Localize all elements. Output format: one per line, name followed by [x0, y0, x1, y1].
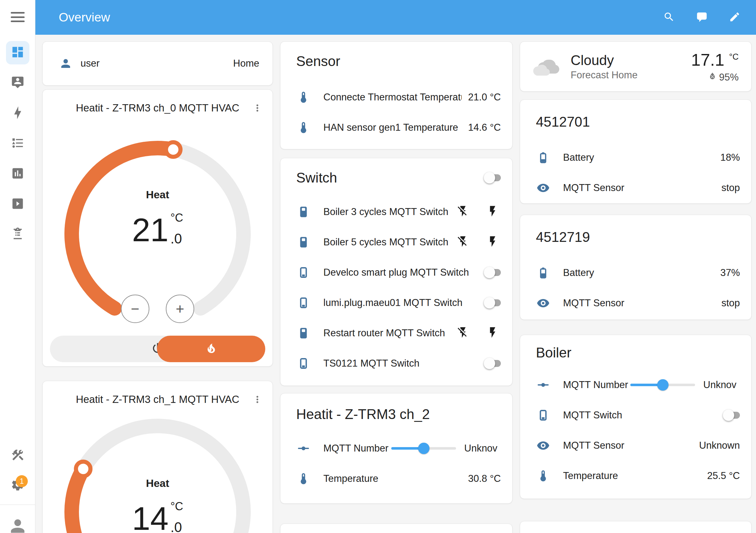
number-value: Unknov [703, 379, 740, 390]
sensor-value: 30.8 °C [468, 473, 501, 484]
number-slider[interactable] [391, 443, 456, 454]
entity-toggle[interactable] [485, 299, 501, 306]
search-icon [663, 11, 675, 24]
person-name: user [81, 58, 99, 69]
hvac-mode-label: Heat [57, 189, 258, 201]
entity-row[interactable]: MQTT Switch [520, 400, 751, 430]
thermometer-icon [296, 471, 311, 486]
flash-off-button[interactable] [457, 235, 469, 249]
entity-row[interactable]: Connecte Thermostat Temperature 21.0 °C [281, 82, 512, 112]
card-title: Heatit - Z-TRM3 ch_2 [281, 406, 512, 422]
switch-entity-icon [296, 205, 311, 219]
app-header: Overview [35, 0, 756, 35]
dots-vertical-icon [252, 103, 263, 115]
entity-row[interactable]: Boiler 5 cycles MQTT Switch [281, 227, 512, 257]
sidebar-item-todo[interactable] [6, 223, 29, 246]
hvac-mode-label: Heat [57, 477, 258, 490]
temperature-unit: °C [171, 500, 183, 513]
battery-value: 18% [720, 152, 740, 163]
sidebar-item-media[interactable] [6, 193, 29, 216]
entity-toggle[interactable] [724, 412, 740, 419]
avatar[interactable] [8, 516, 28, 533]
number-slider[interactable] [630, 379, 695, 390]
mode-heat-button[interactable] [157, 336, 265, 362]
eye-icon [536, 181, 551, 195]
entity-row[interactable]: MQTT Sensor stop [520, 288, 751, 318]
sidebar-item-developer-tools[interactable] [6, 444, 29, 467]
sidebar-item-history[interactable] [6, 162, 29, 186]
menu-icon[interactable] [11, 11, 25, 23]
sensor-value: stop [721, 182, 740, 194]
flash-button[interactable] [486, 205, 499, 219]
entity-row[interactable]: Restart router MQTT Switch [281, 318, 512, 348]
entity-row[interactable]: Battery 37% [520, 258, 751, 288]
heatit-ch2-card: Heatit - Z-TRM3 ch_2 MQTT Number Unknov … [280, 393, 513, 504]
sidebar-divider [0, 505, 35, 505]
view-dashboard-icon [11, 45, 25, 60]
cloudy-icon [531, 51, 562, 82]
number-value: Unknov [464, 443, 501, 454]
flame-icon [205, 342, 218, 356]
weather-card[interactable]: Cloudy Forecast Home 17.1 °C 95% [520, 41, 752, 92]
temperature-increase-button[interactable]: + [166, 295, 194, 323]
sidebar-item-logbook[interactable] [6, 132, 29, 155]
sidebar-item-energy[interactable] [6, 102, 29, 125]
thermostat-title: Heatit - Z-TRM3 ch_1 MQTT HVAC [42, 392, 273, 407]
battery-icon [536, 150, 551, 165]
entity-row[interactable]: MQTT Sensor stop [520, 173, 751, 203]
entity-row[interactable]: lumi.plug.maeu01 MQTT Switch [281, 288, 512, 318]
device-card-4512701: 4512701 Battery 18% MQTT Sensor stop [520, 99, 752, 204]
entity-row[interactable]: MQTT Sensor Unknown [520, 430, 751, 461]
sidebar-item-overview[interactable] [6, 41, 29, 65]
entity-row[interactable]: MQTT Number Unknov [281, 433, 512, 464]
battery-value: 37% [720, 267, 740, 279]
weather-subtitle: Forecast Home [571, 69, 637, 81]
entity-toggle[interactable] [485, 360, 501, 367]
eye-icon [536, 296, 551, 310]
entity-row[interactable]: MQTT Number Unknov [520, 370, 751, 400]
heatit-ch4-card: Heatit - Z-TRM3 ch_4 [280, 523, 513, 533]
battery-icon [536, 266, 551, 280]
entity-row[interactable]: Temperature 25.5 °C [520, 461, 751, 491]
entity-row[interactable]: TS0121 MQTT Switch [281, 348, 512, 379]
account-icon [58, 56, 73, 71]
switch-entity-icon [296, 235, 311, 250]
switch-entity-icon [296, 326, 311, 340]
entity-row[interactable]: Battery 18% [520, 143, 751, 173]
assist-button[interactable] [693, 9, 711, 26]
switch-entity-icon [296, 265, 311, 280]
water-percent-icon [708, 71, 717, 83]
list-bulleted-icon [11, 136, 25, 151]
sidebar-item-settings[interactable]: 1 [6, 474, 29, 497]
thermometer-icon [296, 120, 311, 135]
flash-button[interactable] [486, 235, 499, 249]
tooltip-account-icon [11, 75, 25, 91]
entity-row[interactable]: Temperature 30.8 °C [281, 464, 512, 494]
more-options-button[interactable] [251, 393, 264, 407]
switch-entity-icon [296, 296, 311, 310]
switch-entity-icon [296, 356, 311, 371]
entity-row[interactable]: HAN sensor gen1 Temperature 14.6 °C [281, 112, 512, 143]
flash-off-button[interactable] [457, 205, 469, 219]
flash-button[interactable] [486, 326, 499, 340]
target-temperature: 14 °C .0 [57, 500, 258, 533]
more-options-button[interactable] [251, 102, 264, 116]
search-button[interactable] [660, 9, 678, 26]
edit-dashboard-button[interactable] [726, 9, 743, 26]
temperature-decimal: .0 [171, 520, 183, 533]
entity-row[interactable]: Boiler 3 cycles MQTT Switch [281, 197, 512, 227]
entity-toggle[interactable] [485, 269, 501, 276]
thermometer-icon [536, 468, 551, 483]
flash-off-button[interactable] [457, 326, 469, 340]
switch-group-toggle[interactable] [485, 174, 501, 181]
person-card[interactable]: user Home [42, 41, 273, 86]
sidebar-nav [0, 41, 35, 246]
sidebar-item-map[interactable] [6, 71, 29, 95]
switch-card: Switch Boiler 3 cycles MQTT Switch Boile… [280, 158, 513, 386]
boiler-card: Boiler MQTT Number Unknov MQTT Switch MQ… [520, 335, 752, 499]
gear-icon: 1 [11, 478, 25, 493]
lom001-card: LOM001 [520, 521, 752, 533]
sensor-value: Unknown [699, 440, 740, 451]
entity-row[interactable]: Develco smart plug MQTT Switch [281, 257, 512, 288]
temperature-decrease-button[interactable]: − [121, 295, 149, 323]
